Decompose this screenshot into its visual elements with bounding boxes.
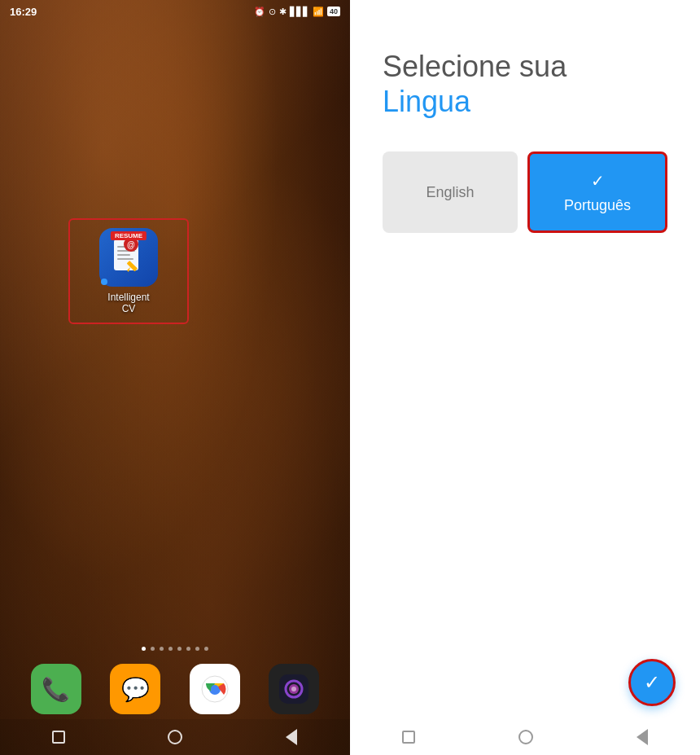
- right-nav-recents-button[interactable]: [402, 731, 415, 744]
- status-time: 16:29: [10, 6, 37, 18]
- svg-point-15: [291, 687, 296, 691]
- confirm-check-icon: ✓: [644, 671, 660, 694]
- alarm-icon: ⏰: [254, 7, 265, 17]
- page-dots: [0, 647, 350, 651]
- notification-dot: [101, 279, 107, 285]
- english-label: English: [426, 184, 474, 201]
- wifi-icon: 📶: [313, 7, 324, 17]
- dock-area: 📞 💬: [0, 664, 350, 714]
- page-dot-4: [168, 647, 173, 651]
- wallpaper: [0, 0, 350, 755]
- portuguese-button[interactable]: ✓ Português: [527, 151, 667, 233]
- dock-camera-icon[interactable]: [269, 664, 319, 714]
- nav-recents-button[interactable]: [48, 726, 69, 748]
- page-dot-1: [142, 647, 146, 651]
- portuguese-label: Português: [564, 197, 631, 214]
- right-panel: Selecione sua Lingua English ✓ Português…: [350, 0, 700, 755]
- svg-point-11: [211, 685, 219, 693]
- page-dot-2: [151, 647, 155, 651]
- dock-chrome-icon[interactable]: [190, 664, 240, 714]
- app-icon-wrapper[interactable]: @ RESUME: [99, 228, 158, 287]
- english-button[interactable]: English: [383, 151, 518, 233]
- nav-back-button[interactable]: [281, 726, 302, 748]
- app-icon-area[interactable]: @ RESUME Intelligent CV: [68, 218, 189, 324]
- battery-badge: 40: [327, 7, 340, 16]
- title-highlight: Lingua: [383, 84, 667, 119]
- page-dot-3: [160, 647, 164, 651]
- svg-rect-3: [117, 254, 130, 256]
- resume-label: RESUME: [111, 231, 147, 240]
- left-nav-bar: [0, 719, 350, 755]
- right-nav-bar: [350, 719, 700, 755]
- page-dot-7: [195, 647, 199, 651]
- page-dot-5: [177, 647, 182, 651]
- status-icons: ⏰ ⊙ ✱ ▋▋▋ 📶 40: [254, 7, 340, 17]
- svg-text:@: @: [127, 240, 135, 249]
- status-bar: 16:29 ⏰ ⊙ ✱ ▋▋▋ 📶 40: [0, 0, 350, 23]
- page-dot-8: [204, 647, 208, 651]
- confirm-button[interactable]: ✓: [628, 659, 676, 706]
- dock-phone-icon[interactable]: 📞: [31, 664, 81, 714]
- clock-icon: ⊙: [269, 7, 276, 17]
- signal-icon: ▋▋▋: [290, 7, 309, 17]
- left-panel: 16:29 ⏰ ⊙ ✱ ▋▋▋ 📶 40: [0, 0, 350, 755]
- app-name: Intelligent CV: [107, 292, 149, 314]
- right-nav-home-button[interactable]: [518, 730, 533, 744]
- page-dot-6: [186, 647, 190, 651]
- language-options: English ✓ Português: [383, 151, 667, 233]
- title-static: Selecione sua: [383, 49, 667, 84]
- language-content: Selecione sua Lingua English ✓ Português: [350, 0, 700, 755]
- nav-home-button[interactable]: [164, 726, 186, 748]
- bluetooth-icon: ✱: [279, 7, 287, 17]
- dock-messages-icon[interactable]: 💬: [110, 664, 160, 714]
- right-nav-back-button[interactable]: [637, 729, 648, 745]
- cv-icon-svg: @: [107, 236, 150, 279]
- svg-rect-4: [117, 258, 133, 260]
- check-icon: ✓: [591, 171, 605, 191]
